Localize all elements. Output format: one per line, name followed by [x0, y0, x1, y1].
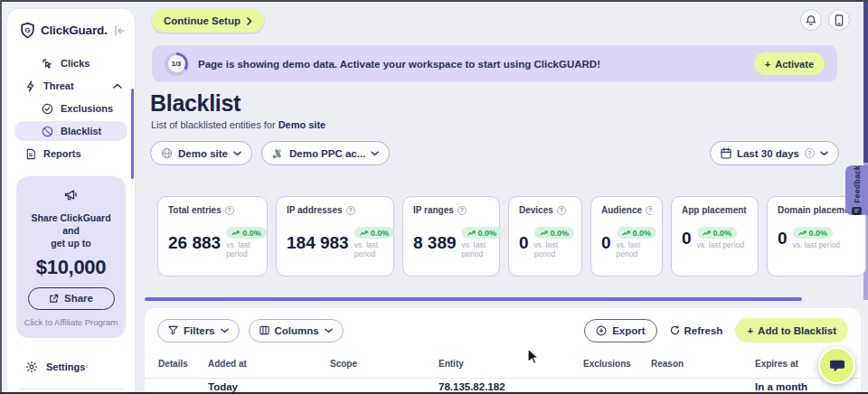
share-button[interactable]: Share	[28, 287, 115, 310]
google-ads-icon	[272, 148, 284, 159]
sidebar-item-threat[interactable]: Threat	[14, 76, 127, 96]
trend-badge: 0.0%	[534, 227, 575, 239]
export-button[interactable]: Export	[584, 319, 656, 342]
docs-button[interactable]	[828, 9, 850, 31]
filters-button[interactable]: Filters	[157, 319, 240, 342]
cell-reason	[651, 381, 755, 392]
globe-icon	[161, 147, 173, 159]
refresh-button[interactable]: Refresh	[670, 325, 723, 336]
table-row[interactable]: Today 78.135.82.182 In a month	[145, 379, 861, 392]
add-to-blacklist-button[interactable]: + Add to Blacklist	[735, 318, 848, 342]
page-subtitle-text: List of blacklisted entities for	[151, 119, 278, 130]
columns-label: Columns	[275, 325, 319, 336]
date-range-value: Last 30 days	[737, 148, 799, 159]
chevron-up-icon[interactable]	[113, 83, 122, 89]
question-icon: ?	[805, 148, 815, 158]
banner-message: Page is showing demo data. Activate your…	[198, 59, 600, 70]
date-range-selector[interactable]: Last 30 days ?	[710, 141, 839, 165]
sidebar-item-label: Blacklist	[61, 126, 101, 136]
info-icon[interactable]: ?	[225, 206, 234, 215]
trend-up-icon	[360, 230, 368, 236]
trend-badge: 0.0%	[697, 227, 738, 239]
chevron-down-icon	[325, 328, 333, 333]
affiliate-program-link[interactable]: Click to Affiliate Program	[24, 317, 118, 327]
stat-value: 0	[682, 229, 692, 249]
column-header[interactable]: Exclusions	[583, 359, 651, 369]
column-header[interactable]: Added at	[208, 359, 330, 369]
sidebar-item-reports[interactable]: Reports	[14, 144, 127, 164]
info-icon[interactable]: ?	[346, 206, 355, 215]
sidebar-item-clicks[interactable]: Clicks	[14, 53, 127, 73]
trend-badge: 0.0%	[793, 227, 834, 239]
stat-card-ip-addresses: IP addresses? 184 983 0.0% vs. last peri…	[276, 196, 394, 277]
column-header[interactable]: Entity	[439, 359, 583, 369]
stat-label: Total entries	[168, 205, 222, 215]
stat-card-audience: Audience? 0 0.0% vs. last period	[590, 196, 663, 277]
activate-button[interactable]: + Activate	[754, 52, 825, 75]
ppc-account-selector[interactable]: Demo PPC ac...	[261, 141, 390, 165]
device-icon	[835, 14, 844, 26]
sidebar-item-settings[interactable]: Settings	[14, 356, 127, 378]
megaphone-icon	[63, 188, 80, 202]
sidebar-item-exclusions[interactable]: Exclusions	[14, 98, 127, 118]
column-header[interactable]: Scope	[330, 359, 439, 369]
trend-up-icon	[622, 230, 630, 236]
stat-label: Domain placement	[778, 205, 855, 215]
notifications-button[interactable]	[800, 9, 822, 31]
feedback-tab[interactable]: Feedback	[845, 165, 868, 215]
info-icon[interactable]: ?	[646, 206, 652, 215]
stat-label: Audience	[601, 205, 642, 215]
blacklist-table-panel: Filters Columns Export Refresh + Add to …	[145, 308, 861, 394]
gear-icon	[25, 361, 38, 373]
check-circle-icon	[42, 103, 53, 115]
cell-scope	[330, 381, 439, 392]
table-header-row: Details Added at Scope Entity Exclusions…	[145, 352, 861, 379]
ppc-account-value: Demo PPC ac...	[289, 148, 365, 159]
plus-icon: +	[747, 325, 753, 336]
stat-value: 0	[519, 233, 529, 253]
window-top-edge	[0, 0, 868, 2]
vs-period-label: vs. last period	[793, 240, 840, 249]
add-to-blacklist-label: Add to Blacklist	[758, 325, 836, 336]
sidebar-item-label: Threat	[43, 80, 74, 91]
promo-amount: $10,000	[24, 256, 118, 279]
stats-scrollbar-thumb[interactable]	[145, 297, 802, 301]
site-selector[interactable]: Demo site	[150, 141, 252, 165]
page-scrollbar-thumb[interactable]	[863, 2, 868, 163]
sidebar-item-blacklist[interactable]: Blacklist	[14, 121, 127, 141]
stats-cards: Total entries? 26 883 0.0% vs. last peri…	[157, 196, 866, 277]
svg-text:G: G	[24, 26, 30, 34]
chat-widget-button[interactable]	[818, 347, 855, 384]
page-subtitle: List of blacklisted entities for Demo si…	[151, 119, 326, 130]
cell-details	[158, 381, 208, 392]
filters-label: Filters	[184, 325, 215, 336]
vs-period-label: vs. last period	[697, 240, 744, 249]
cell-exclusions	[583, 381, 651, 392]
scope-filters: Demo site Demo PPC ac...	[150, 141, 390, 165]
column-header[interactable]: Reason	[651, 359, 755, 369]
export-icon	[596, 325, 607, 336]
chevron-down-icon	[371, 151, 379, 156]
collapse-sidebar-icon[interactable]	[114, 25, 126, 36]
vs-period-label: vs. last period	[354, 240, 383, 258]
promo-text: Share ClickGuard and get up to	[24, 211, 118, 250]
cell-entity: 78.135.82.182	[439, 381, 583, 392]
columns-button[interactable]: Columns	[249, 319, 344, 342]
continue-setup-button[interactable]: Continue Setup	[152, 9, 264, 33]
demo-data-banner: 1/3 Page is showing demo data. Activate …	[152, 45, 837, 82]
external-link-icon	[49, 294, 59, 304]
setup-progress-value: 1/3	[168, 55, 185, 72]
stat-card-total-entries: Total entries? 26 883 0.0% vs. last peri…	[157, 196, 268, 277]
info-icon[interactable]: ?	[557, 206, 566, 215]
stat-card-app-placement: App placement? 0 0.0% vs. last period	[671, 196, 759, 277]
info-icon[interactable]: ?	[458, 206, 467, 215]
page-title: Blacklist	[150, 90, 241, 117]
sidebar-scrollbar-thumb[interactable]	[131, 89, 134, 179]
plus-icon: +	[765, 59, 770, 70]
column-header[interactable]: Details	[158, 359, 208, 369]
trend-up-icon	[798, 230, 807, 236]
cell-added-at: Today	[208, 381, 330, 392]
chevron-down-icon	[221, 328, 229, 333]
sidebar: G ClickGuard. Clicks Threat Excl	[7, 9, 135, 394]
activate-label: Activate	[775, 59, 814, 70]
